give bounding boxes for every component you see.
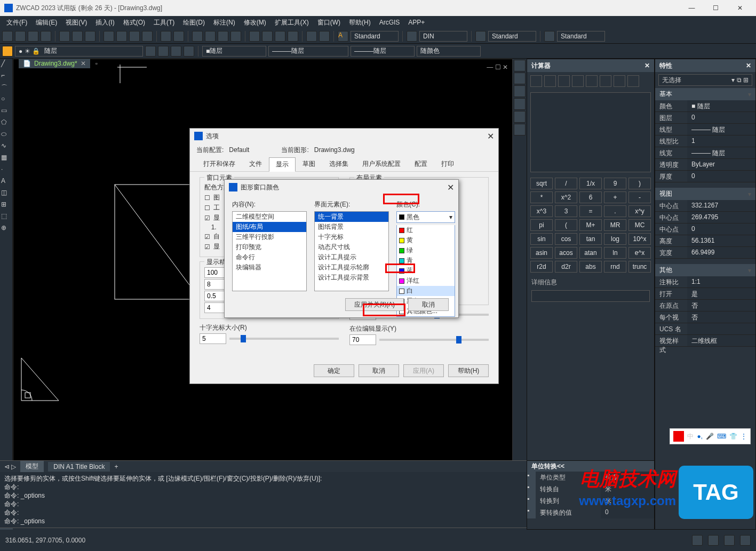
ime-menu-icon[interactable]: ⋮ xyxy=(741,433,747,440)
poly-icon[interactable]: ⬠ xyxy=(1,118,12,129)
tab-print[interactable]: 打印 xyxy=(434,157,461,171)
menu-insert[interactable]: 插入(I) xyxy=(91,17,118,28)
calc-btn[interactable]: 6 xyxy=(579,191,602,203)
menu-format[interactable]: 格式(O) xyxy=(119,17,149,28)
tab-add[interactable]: + xyxy=(114,463,118,470)
prop-row[interactable]: 每个视口...否 xyxy=(655,312,755,323)
menu-tools[interactable]: 工具(T) xyxy=(149,17,179,28)
prop-row[interactable]: 中心点 Y269.4795 xyxy=(655,212,755,223)
color-option[interactable]: 白 xyxy=(397,286,455,296)
point-icon[interactable]: · xyxy=(1,165,12,176)
table-icon[interactable]: ⊞ xyxy=(1,201,12,211)
sb-ic1[interactable] xyxy=(692,535,703,546)
menu-edit[interactable]: 编辑(E) xyxy=(31,17,61,28)
color-combo[interactable]: ■ 随层 xyxy=(202,46,266,57)
zoomw-icon[interactable] xyxy=(218,31,228,42)
inplace-slider[interactable] xyxy=(456,336,461,344)
prop-row[interactable]: UCS 名称 xyxy=(655,323,755,335)
ui-item[interactable]: 动态尺寸线 xyxy=(315,242,388,252)
content-item[interactable]: 二维模型空间 xyxy=(233,212,306,222)
maximize-button[interactable]: ☐ xyxy=(704,0,728,16)
insert-icon[interactable]: ⊕ xyxy=(1,224,12,235)
calc-btn[interactable]: r2d xyxy=(530,261,553,273)
calc-btn[interactable]: ( xyxy=(555,219,577,231)
menu-draw[interactable]: 绘图(D) xyxy=(179,17,209,28)
calc-ic5[interactable] xyxy=(586,75,598,87)
layer-combo[interactable]: ● ☀ 🔒 随层 xyxy=(15,46,143,57)
calc-ic2[interactable] xyxy=(544,75,556,87)
dlg2-cancel-button[interactable]: 取消 xyxy=(408,298,449,311)
tab-user[interactable]: 用户系统配置 xyxy=(355,157,408,171)
prop-row[interactable]: 视觉样式二维线框 xyxy=(655,335,755,347)
tab-model[interactable]: 模型 xyxy=(20,461,44,472)
calc-btn[interactable]: acos xyxy=(555,247,577,259)
menu-view[interactable]: 视图(V) xyxy=(61,17,91,28)
text-style-combo[interactable]: Standard xyxy=(351,31,399,42)
linetype-combo[interactable]: ——— 随层 xyxy=(268,46,348,57)
menu-app[interactable]: APP+ xyxy=(404,18,429,27)
ime-lang[interactable]: 中 xyxy=(687,432,694,441)
dlg1-ok-button[interactable]: 确定 xyxy=(314,364,354,377)
help-icon[interactable] xyxy=(319,31,330,42)
dim-style-icon[interactable] xyxy=(407,31,417,42)
prop-row[interactable]: 宽度66.9499 xyxy=(655,247,755,259)
calc-btn[interactable]: rnd xyxy=(604,261,626,273)
calc-btn[interactable]: / xyxy=(555,178,577,189)
dlg2-close-icon[interactable]: ✕ xyxy=(447,182,454,193)
calc-btn[interactable]: = xyxy=(579,205,602,217)
prop-row[interactable]: 打开 UCS...是 xyxy=(655,288,755,300)
calc-btn[interactable]: sin xyxy=(530,233,553,245)
print-icon[interactable] xyxy=(59,31,70,42)
prop-row[interactable]: 中心点 X332.1267 xyxy=(655,200,755,212)
tab-nav[interactable]: ⊲ ▷ xyxy=(4,463,16,470)
tab-sketch[interactable]: 草图 xyxy=(296,157,322,171)
ui-item[interactable]: 设计工具提示 xyxy=(315,252,388,262)
calc-btn[interactable]: asin xyxy=(530,247,553,259)
sb-ic2[interactable] xyxy=(708,535,719,546)
calc-btn[interactable]: log xyxy=(604,233,626,245)
calc-btn[interactable]: sqrt xyxy=(530,178,553,189)
mls-style-combo[interactable]: Standard xyxy=(557,31,605,42)
layer-tool-icon[interactable] xyxy=(145,46,156,57)
rt1-icon[interactable] xyxy=(514,60,526,71)
calc-btn[interactable]: 1/x xyxy=(579,178,602,189)
ime-skin-icon[interactable]: 👕 xyxy=(729,433,737,440)
calc-ic1[interactable] xyxy=(530,75,542,87)
close-button[interactable]: ✕ xyxy=(728,0,752,16)
publish-icon[interactable] xyxy=(85,31,96,42)
calc-btn[interactable]: M+ xyxy=(579,219,602,231)
calc-ic4[interactable] xyxy=(572,75,584,87)
section-basic[interactable]: 基本▾ xyxy=(655,88,755,100)
layer-mgr-icon[interactable] xyxy=(2,46,13,57)
lineweight-combo[interactable]: ——— 随层 xyxy=(351,46,415,57)
calc-btn[interactable]: * xyxy=(530,191,553,203)
open-icon[interactable] xyxy=(15,31,26,42)
content-item[interactable]: 块编辑器 xyxy=(233,262,306,273)
content-item[interactable]: 打印预览 xyxy=(233,242,306,252)
section-view[interactable]: 视图▾ xyxy=(655,188,755,200)
redo-icon[interactable] xyxy=(173,31,184,42)
calc-btn[interactable]: x^y xyxy=(628,205,651,217)
calc-btn[interactable]: abs xyxy=(579,261,602,273)
text-style-icon[interactable]: A xyxy=(338,31,348,42)
undo-icon[interactable] xyxy=(161,31,171,42)
menu-ext[interactable]: 扩展工具(X) xyxy=(270,17,313,28)
preview-icon[interactable] xyxy=(72,31,83,42)
rt5-icon[interactable] xyxy=(514,111,526,123)
cut-icon[interactable] xyxy=(104,31,114,42)
props-icon[interactable] xyxy=(249,31,260,42)
calc-close-icon[interactable]: ✕ xyxy=(644,62,650,69)
calc-btn[interactable]: . xyxy=(604,205,626,217)
menu-window[interactable]: 窗口(W) xyxy=(313,17,345,28)
pan-icon[interactable] xyxy=(192,31,203,42)
content-item-selected[interactable]: 图纸/布局 xyxy=(233,222,306,232)
table-style-combo[interactable]: Standard xyxy=(488,31,536,42)
dlg1-help-button[interactable]: 帮助(H) xyxy=(448,364,489,377)
content-item[interactable]: 三维平行投影 xyxy=(233,232,306,242)
table-style-icon[interactable] xyxy=(475,31,486,42)
ui-item[interactable]: 十字光标 xyxy=(315,232,388,242)
ime-kb-icon[interactable]: ⌨ xyxy=(717,433,726,440)
crosshair-slider[interactable] xyxy=(241,335,246,342)
calc-ic6[interactable] xyxy=(600,75,611,87)
prop-row[interactable]: 高度56.1361 xyxy=(655,235,755,247)
